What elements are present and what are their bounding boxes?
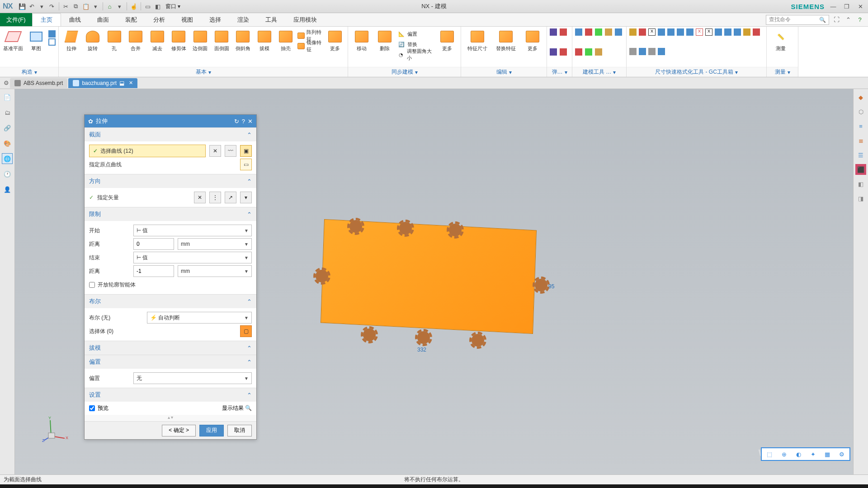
tb-app-icon[interactable]: ⚡ [132, 484, 154, 488]
offset-region-button[interactable]: 📐偏置 [397, 29, 435, 38]
gc-icon[interactable] [658, 48, 665, 55]
tab-apps[interactable]: 应用模块 [285, 13, 325, 26]
center-icon[interactable]: ⊕ [779, 449, 789, 459]
gc-icon[interactable] [753, 28, 760, 36]
mt-icon[interactable] [595, 28, 602, 36]
resize-blend-button[interactable]: ◔调整圆角大小 [397, 50, 435, 59]
more-edit-button[interactable]: 更多 [521, 28, 544, 51]
chevron-down-icon[interactable]: ▾ [415, 69, 418, 75]
tb-app-icon[interactable]: ◉ [175, 484, 197, 488]
undo-dd-icon[interactable]: ▾ [37, 1, 47, 11]
gc-icon[interactable]: X [705, 28, 712, 36]
apply-button[interactable]: 应用 [199, 425, 224, 436]
trim-button[interactable]: 修剪体 [169, 28, 188, 51]
layout1-icon[interactable]: ▭ [143, 1, 153, 11]
vector-dd-icon[interactable]: ▾ [240, 192, 252, 203]
start-distance-input[interactable] [133, 238, 174, 250]
sketch-section-icon[interactable]: ✕ [209, 145, 221, 157]
tool-icon[interactable] [550, 48, 557, 56]
tb-app-icon[interactable]: ⟳ [219, 484, 241, 488]
gc-icon[interactable] [724, 28, 731, 36]
start-button[interactable]: ⊞ [2, 484, 24, 488]
more-basic-button[interactable]: 更多 [326, 28, 345, 51]
show-result-button[interactable]: 显示结果 🔍 [222, 404, 252, 412]
unit-dropdown[interactable]: mm▼ [178, 265, 252, 277]
shade-icon[interactable]: ◐ [793, 449, 803, 459]
tab-render[interactable]: 渲染 [229, 13, 257, 26]
save-icon[interactable]: 💾 [17, 1, 27, 11]
pattern-feature-button[interactable]: 阵列特征 [297, 31, 323, 40]
part-tab-active[interactable]: baozhuang.prt ⬓ ✕ [68, 78, 137, 88]
replace-face-button[interactable]: 🔄替换 [397, 40, 435, 49]
undo-icon[interactable]: ↶ [27, 1, 37, 11]
touch-icon[interactable]: ☝ [129, 1, 139, 11]
redo-icon[interactable]: ↷ [47, 1, 57, 11]
chevron-down-icon[interactable]: ▾ [34, 69, 37, 75]
offset-dropdown[interactable]: 无▼ [133, 372, 252, 384]
vector-dialog-icon[interactable]: ⋮ [209, 192, 221, 203]
reuse-icon[interactable]: 🎨 [2, 138, 13, 149]
sketch-opt2-icon[interactable] [48, 38, 56, 46]
section-header[interactable]: 截面⌃ [85, 128, 256, 141]
offset-header[interactable]: 偏置⌃ [85, 355, 256, 369]
gc-icon[interactable] [667, 28, 675, 36]
file-menu[interactable]: 文件(F) [0, 13, 32, 26]
tb-mail-icon[interactable]: ✉ [197, 484, 219, 488]
roles-icon[interactable]: 👤 [2, 184, 13, 195]
tab-select[interactable]: 选择 [201, 13, 229, 26]
subtract-button[interactable]: 减去 [147, 28, 167, 51]
qat-more-icon[interactable]: ▾ [91, 1, 101, 11]
mt-icon[interactable] [595, 48, 602, 56]
tab-curve[interactable]: 曲线 [61, 13, 89, 26]
gc-icon[interactable] [639, 48, 646, 55]
part-settings-icon[interactable]: ⚙ [4, 80, 9, 86]
gc-icon[interactable]: X [648, 28, 656, 36]
cut-icon[interactable]: ✂ [61, 1, 71, 11]
reverse-icon[interactable]: ✕ [194, 192, 206, 203]
replace-feature-button[interactable]: 替换特征 [493, 28, 520, 51]
feature-size-button[interactable]: 特征尺寸 [464, 28, 491, 51]
mt-icon[interactable] [575, 48, 582, 56]
close-tab-icon[interactable]: ✕ [129, 80, 133, 86]
settings-icon[interactable]: ⚙ [837, 449, 847, 459]
sketch-button[interactable]: 草图 [26, 28, 47, 51]
unit-dropdown[interactable]: mm▼ [178, 238, 252, 250]
tool-icon[interactable] [560, 28, 567, 36]
tab-tools[interactable]: 工具 [257, 13, 285, 26]
direction-header[interactable]: 方向⌃ [85, 174, 256, 188]
shell-button[interactable]: 抽壳 [276, 28, 296, 51]
minimize-icon[interactable]: — [828, 1, 838, 11]
tb-explorer-icon[interactable]: 📁 [110, 484, 132, 488]
mt-icon[interactable] [605, 28, 612, 36]
curve-rule-icon[interactable]: 〰 [225, 145, 236, 157]
tb-cloud-icon[interactable]: ☁ [154, 484, 175, 488]
region-icon[interactable]: ▣ [240, 145, 252, 157]
graphics-canvas[interactable]: ✿ 拉伸 ↻ ? ✕ 截面⌃ ✓ 选择曲线 (12) ✕ [15, 89, 853, 474]
tb-autocad-icon[interactable]: A [284, 484, 306, 488]
rb-icon[interactable]: ≡ [855, 121, 866, 131]
select-curve-field[interactable]: ✓ 选择曲线 (12) [89, 145, 206, 157]
close-icon[interactable]: ✕ [248, 118, 253, 125]
sketch-opt1-icon[interactable] [48, 30, 56, 38]
rb-icon[interactable]: ◧ [855, 178, 866, 189]
mt-icon[interactable] [585, 28, 592, 36]
bool-header[interactable]: 布尔⌃ [85, 295, 256, 308]
help-icon[interactable]: ? [242, 118, 245, 125]
tb-printer-icon[interactable]: 🖶 [24, 484, 45, 488]
hole-button[interactable]: 孔 [104, 28, 124, 51]
window-dropdown[interactable]: 窗口 ▾ [163, 3, 183, 10]
chevron-down-icon[interactable]: ▾ [788, 69, 790, 75]
snap-icon[interactable]: ⬚ [764, 449, 774, 459]
part-navigator-icon[interactable]: 📄 [2, 92, 13, 103]
fullscreen-icon[interactable]: ⛶ [832, 15, 841, 24]
tb-edge-icon[interactable]: e [45, 484, 67, 488]
grid-icon[interactable]: ▦ [822, 449, 832, 459]
draft-header[interactable]: 拔模⌃ [85, 341, 256, 355]
gc-icon[interactable] [629, 48, 637, 55]
settings-header[interactable]: 设置⌃ [85, 388, 256, 402]
tab-home[interactable]: 主页 [32, 13, 61, 26]
tb-app-icon[interactable]: ✦ [306, 484, 327, 488]
gc-icon[interactable] [648, 48, 656, 55]
ok-button[interactable]: < 确定 > [162, 425, 196, 436]
close-window-icon[interactable]: ✕ [855, 1, 865, 11]
